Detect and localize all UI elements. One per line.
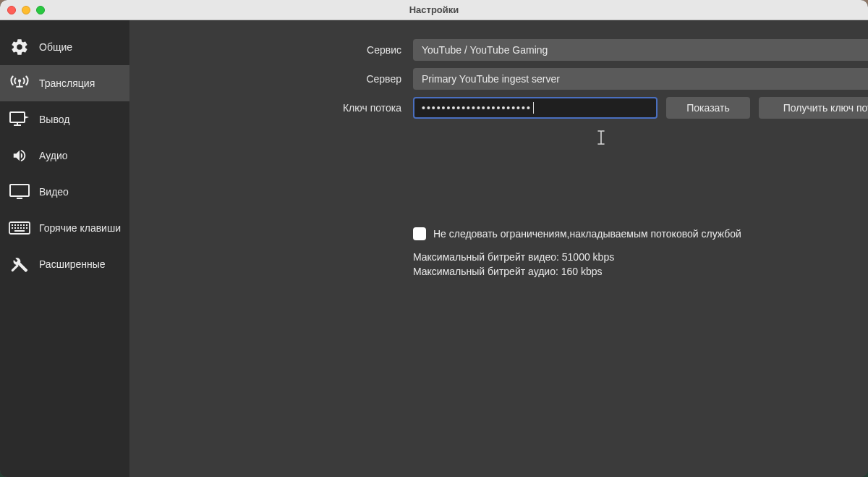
service-row: Сервис YouTube / YouTube Gaming (129, 39, 868, 61)
sidebar-item-general[interactable]: Общие (0, 29, 129, 65)
sidebar-item-label: Трансляция (39, 77, 95, 89)
monitor-icon (9, 182, 30, 202)
stream-key-label: Ключ потока (129, 102, 404, 114)
stream-key-value: •••••••••••••••••••••• (422, 102, 532, 114)
service-value: YouTube / YouTube Gaming (422, 44, 548, 56)
svg-rect-4 (12, 224, 13, 226)
sidebar-item-hotkeys[interactable]: Горячие клавиши (0, 210, 129, 246)
sidebar-item-label: Вывод (39, 114, 69, 125)
sidebar-item-advanced[interactable]: Расширенные (0, 246, 129, 282)
svg-rect-2 (10, 185, 29, 196)
get-stream-key-button[interactable]: Получить ключ потока (759, 97, 868, 119)
speaker-icon (9, 145, 30, 166)
ignore-limits-label: Не следовать ограничениям,накладываемым … (433, 228, 741, 240)
service-select[interactable]: YouTube / YouTube Gaming (413, 39, 868, 61)
gear-icon (9, 37, 30, 57)
text-cursor-icon (596, 130, 606, 145)
svg-rect-7 (20, 224, 22, 226)
server-select[interactable]: Primary YouTube ingest server (413, 68, 868, 90)
stream-key-row: Ключ потока •••••••••••••••••••••• Показ… (129, 97, 868, 119)
sidebar-item-video[interactable]: Видео (0, 174, 129, 210)
svg-rect-9 (26, 224, 27, 226)
sidebar-item-label: Аудио (39, 150, 68, 161)
svg-rect-8 (23, 224, 25, 226)
sidebar-item-label: Видео (39, 186, 69, 198)
svg-rect-16 (14, 230, 25, 232)
show-button[interactable]: Показать (666, 97, 750, 119)
server-label: Сервер (129, 73, 404, 85)
server-row: Сервер Primary YouTube ingest server (129, 68, 868, 90)
server-value: Primary YouTube ingest server (422, 73, 560, 85)
sidebar-item-audio[interactable]: Аудио (0, 138, 129, 174)
settings-window: Настройки Общие Трансляция Вывод (0, 0, 868, 477)
sidebar-item-label: Расширенные (39, 258, 106, 270)
ignore-limits-checkbox[interactable] (413, 227, 426, 240)
max-audio-bitrate: Максимальный битрейт аудио: 160 kbps (413, 265, 868, 279)
sidebar: Общие Трансляция Вывод Аудио (0, 20, 129, 477)
info-block: Не следовать ограничениям,накладываемым … (413, 227, 868, 279)
tools-icon (9, 254, 30, 274)
svg-rect-13 (20, 227, 22, 229)
sidebar-item-stream[interactable]: Трансляция (0, 65, 129, 101)
keyboard-icon (9, 218, 30, 238)
sidebar-item-output[interactable]: Вывод (0, 101, 129, 138)
svg-rect-12 (17, 227, 19, 229)
svg-rect-10 (12, 227, 13, 229)
svg-rect-5 (14, 224, 16, 226)
svg-rect-14 (23, 227, 25, 229)
svg-rect-1 (10, 112, 25, 122)
service-label: Сервис (129, 44, 404, 56)
broadcast-icon (9, 73, 30, 93)
ignore-limits-row: Не следовать ограничениям,накладываемым … (413, 227, 868, 240)
window-title: Настройки (0, 4, 868, 15)
output-icon (9, 109, 30, 130)
max-video-bitrate: Максимальный битрейт видео: 51000 kbps (413, 250, 868, 265)
svg-rect-15 (26, 227, 27, 229)
window-body: Общие Трансляция Вывод Аудио (0, 20, 868, 477)
sidebar-item-label: Горячие клавиши (39, 222, 121, 234)
text-caret (533, 102, 534, 114)
svg-rect-11 (14, 227, 16, 229)
titlebar: Настройки (0, 0, 868, 20)
content-area: Сервис YouTube / YouTube Gaming Сервер P… (129, 20, 868, 477)
stream-key-input[interactable]: •••••••••••••••••••••• (413, 97, 658, 119)
sidebar-item-label: Общие (39, 41, 72, 53)
svg-rect-6 (17, 224, 19, 226)
